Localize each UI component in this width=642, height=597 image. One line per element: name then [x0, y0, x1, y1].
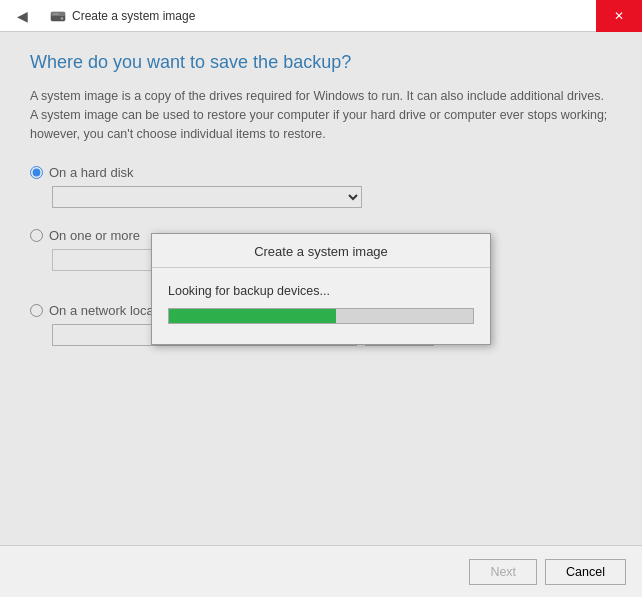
- radio-hard-disk[interactable]: [30, 166, 43, 179]
- radio-network[interactable]: [30, 304, 43, 317]
- page-heading: Where do you want to save the backup?: [30, 52, 612, 73]
- description-text: A system image is a copy of the drives r…: [30, 87, 612, 143]
- hard-disk-section: On a hard disk: [30, 165, 612, 216]
- progress-bar-fill: [169, 309, 336, 323]
- create-system-image-modal: Create a system image Looking for backup…: [151, 233, 491, 345]
- hard-disk-sub: [52, 186, 612, 208]
- titlebar-nav: ◀: [8, 2, 36, 30]
- close-button[interactable]: ✕: [596, 0, 642, 32]
- modal-body: Looking for backup devices...: [152, 268, 490, 344]
- svg-point-2: [61, 17, 63, 19]
- modal-status-text: Looking for backup devices...: [168, 284, 474, 298]
- dropdown-row: [52, 186, 612, 208]
- back-button[interactable]: ◀: [8, 2, 36, 30]
- main-content: Where do you want to save the backup? A …: [0, 32, 642, 597]
- progress-bar-background: [168, 308, 474, 324]
- radio-hard-disk-text: On a hard disk: [49, 165, 134, 180]
- footer: Next Cancel: [0, 545, 642, 597]
- modal-title: Create a system image: [152, 234, 490, 268]
- radio-dvd-text: On one or more: [49, 228, 140, 243]
- next-button[interactable]: Next: [469, 559, 537, 585]
- radio-dvd[interactable]: [30, 229, 43, 242]
- svg-rect-3: [53, 13, 59, 14]
- hard-disk-select[interactable]: [52, 186, 362, 208]
- titlebar-title: Create a system image: [72, 9, 195, 23]
- titlebar-left: ◀ Create a system image: [8, 2, 195, 30]
- hdd-icon: [50, 8, 66, 24]
- titlebar: ◀ Create a system image ✕: [0, 0, 642, 32]
- radio-hard-disk-label[interactable]: On a hard disk: [30, 165, 612, 180]
- cancel-button[interactable]: Cancel: [545, 559, 626, 585]
